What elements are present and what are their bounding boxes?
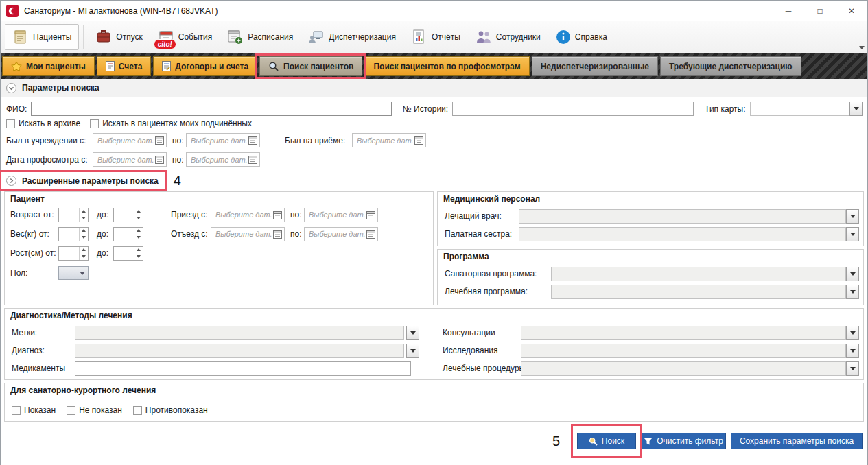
toolbar-overflow-chevron-icon[interactable] [859, 46, 865, 49]
history-number-input[interactable] [452, 102, 694, 116]
attending-doctor-select[interactable] [519, 209, 859, 224]
tab-search-by-checkups[interactable]: Поиск пациентов по профосмотрам [364, 56, 529, 76]
toolbar-label: Отчёты [432, 32, 460, 42]
indicated-checkbox[interactable]: Показан [12, 405, 56, 415]
maximize-button[interactable]: □ [804, 1, 836, 21]
calendar-icon [248, 136, 257, 145]
dropdown-button[interactable] [846, 267, 859, 281]
search-params-title: Параметры поиска [22, 83, 99, 93]
age-to-spinner[interactable] [113, 208, 143, 222]
age-from-label: Возраст от: [10, 210, 58, 219]
contract-icon [162, 61, 171, 71]
spinner-buttons[interactable] [134, 228, 143, 241]
checkup-to-date-input[interactable]: Выберите дат. [186, 152, 260, 167]
save-search-params-button[interactable]: Сохранить параметры поиска [731, 433, 863, 449]
chevron-down-icon [854, 107, 859, 110]
subordinates-checkbox[interactable]: Искать в пациентах моих подчинённых [90, 119, 252, 128]
toolbar-button-events[interactable]: cito! События [150, 24, 220, 50]
height-to-spinner[interactable] [113, 246, 143, 261]
age-from-spinner[interactable] [58, 208, 89, 222]
dropdown-button[interactable] [849, 102, 863, 116]
title-bar: Санаториум - МГалактионова (WIN-4B7T68JV… [1, 1, 867, 21]
gender-select[interactable] [58, 266, 89, 280]
weight-from-spinner[interactable] [58, 227, 89, 241]
tags-select[interactable] [75, 326, 404, 340]
checkup-from-date-input[interactable]: Выберите дат. [93, 152, 167, 167]
toolbar-button-dispatch[interactable]: Диспетчеризация [301, 24, 403, 50]
chevron-down-icon [850, 349, 856, 353]
dropdown-button[interactable] [406, 344, 419, 358]
tab-patient-search[interactable]: Поиск пациентов [259, 56, 362, 76]
spinner-buttons[interactable] [79, 208, 88, 222]
spinner-buttons[interactable] [134, 208, 143, 222]
research-label: Исследования [443, 346, 521, 355]
dropdown-button[interactable] [406, 326, 419, 340]
consultations-select[interactable] [521, 326, 859, 340]
medications-input[interactable] [75, 361, 411, 376]
toolbar-button-schedules[interactable]: Расписания [220, 24, 301, 50]
facility-to-date-input[interactable]: Выберите дат. [186, 133, 260, 147]
chevron-down-icon [850, 331, 856, 335]
arrival-from-date-input[interactable]: Выберите дат. [211, 208, 285, 222]
toolbar-button-patients[interactable]: Пациенты [5, 24, 79, 50]
card-type-select[interactable] [750, 102, 863, 116]
toolbar-button-help[interactable]: Справка [548, 24, 615, 50]
dropdown-button[interactable] [846, 326, 859, 340]
procedures-select[interactable] [521, 361, 859, 376]
tab-requiring-dispatch[interactable]: Требующие диспетчеризацию [660, 56, 801, 76]
checkup-date-label: Дата профосмотра с: [6, 155, 93, 165]
departure-to-date-input[interactable]: Выберите дат. [304, 227, 378, 241]
ward-nurse-select[interactable] [519, 227, 859, 241]
to-label: по: [290, 210, 304, 219]
chevron-down-icon [850, 272, 856, 276]
archive-checkbox[interactable]: Искать в архиве [6, 119, 80, 128]
tab-contracts-invoices[interactable]: Договоры и счета [153, 56, 257, 76]
tags-label: Метки: [12, 328, 75, 337]
treatment-program-select[interactable] [551, 285, 859, 299]
advanced-params-toggle[interactable]: Расширенные параметры поиска [1, 171, 165, 190]
diagnosis-label: Диагноз: [12, 346, 75, 355]
combo-field [519, 209, 846, 224]
fio-input[interactable] [31, 102, 391, 116]
chevron-down-icon [850, 367, 856, 370]
not-indicated-checkbox[interactable]: Не показан [67, 405, 122, 415]
contraindicated-checkbox[interactable]: Противопоказан [133, 405, 208, 415]
appointment-date-input[interactable]: Выберите дат. [352, 133, 426, 147]
search-params-header: Параметры поиска [1, 79, 867, 97]
arrival-label: Приезд с: [171, 210, 211, 219]
close-button[interactable]: ✕ [836, 1, 867, 21]
dropdown-button[interactable] [846, 209, 859, 224]
spinner-buttons[interactable] [134, 247, 143, 260]
tab-my-patients[interactable]: Мои пациенты [2, 56, 95, 76]
spinner-buttons[interactable] [79, 228, 88, 241]
research-select[interactable] [521, 344, 859, 358]
tab-label: Мои пациенты [26, 62, 86, 71]
dropdown-button[interactable] [846, 361, 859, 376]
departure-from-date-input[interactable]: Выберите дат. [211, 227, 285, 241]
weight-to-spinner[interactable] [113, 227, 143, 241]
clear-filter-button[interactable]: Очистить фильтр [641, 433, 726, 449]
dropdown-button[interactable] [846, 344, 859, 358]
search-button[interactable]: Поиск [577, 433, 636, 449]
invoice-icon [106, 61, 115, 71]
toolbar-button-vacation[interactable]: Отпуск [88, 24, 150, 50]
toolbar-label: События [178, 32, 213, 42]
checkbox-label: Не показан [79, 405, 122, 415]
search-icon [268, 61, 279, 72]
diagnosis-select[interactable] [75, 344, 404, 358]
minimize-button[interactable]: ─ [773, 1, 804, 21]
dropdown-button[interactable] [846, 227, 859, 241]
toolbar-button-reports[interactable]: Отчёты [403, 24, 468, 50]
dropdown-button[interactable] [846, 285, 859, 299]
collapse-icon[interactable] [6, 83, 16, 93]
spinner-buttons[interactable] [79, 247, 88, 260]
sanatorium-program-select[interactable] [551, 267, 859, 281]
toolbar-button-staff[interactable]: Сотрудники [468, 24, 548, 50]
tab-invoices[interactable]: Счета [97, 56, 152, 76]
arrival-to-date-input[interactable]: Выберите дат. [304, 208, 378, 222]
tab-not-dispatched[interactable]: Недиспетчеризированные [532, 56, 658, 76]
height-from-spinner[interactable] [58, 246, 89, 261]
window-title: Санаториум - МГалактионова (WIN-4B7T68JV… [24, 6, 218, 16]
facility-from-date-input[interactable]: Выберите дат. [93, 133, 167, 147]
toolbar-label: Справка [575, 32, 607, 42]
